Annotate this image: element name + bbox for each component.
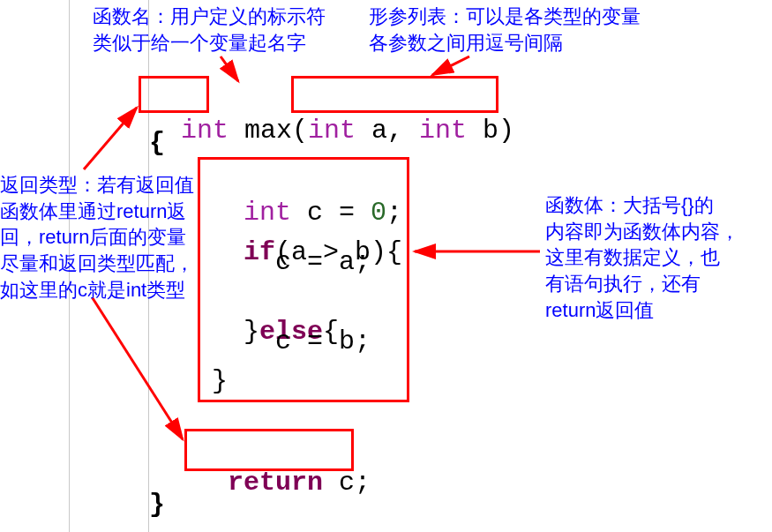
token-a-comma: a,: [356, 116, 419, 146]
token-int-a: int: [308, 116, 356, 146]
box-func-body: [198, 157, 409, 402]
token-return-c: c;: [323, 468, 371, 498]
annotation-func-body: 函数体：大括号{}的 内容即为函数体内容， 这里有数据定义，也 有语句执行，还有…: [545, 192, 739, 323]
token-b-close: b): [467, 116, 514, 146]
arrow-return-type: [84, 108, 137, 169]
code-open-brace: {: [149, 128, 165, 158]
arrow-return-match: [93, 298, 183, 439]
box-param-list: [291, 76, 498, 113]
token-int-b: int: [419, 116, 467, 146]
arrow-param-list: [432, 56, 469, 75]
box-return-stmt: [184, 429, 354, 471]
box-return-type: [139, 76, 209, 113]
annotation-param-list: 形参列表：可以是各类型的变量 各参数之间用逗号间隔: [369, 4, 641, 56]
token-int-ret: int: [181, 116, 229, 146]
code-close-brace: }: [149, 490, 165, 520]
arrow-func-name: [221, 56, 238, 81]
token-max-open: max(: [229, 116, 308, 146]
annotation-return-type: 返回类型：若有返回值 函数体里通过return返 回，return后面的变量 尽…: [0, 172, 194, 303]
annotation-func-name: 函数名：用户定义的标示符 类似于给一个变量起名字: [93, 4, 326, 56]
token-return: return: [228, 468, 323, 498]
